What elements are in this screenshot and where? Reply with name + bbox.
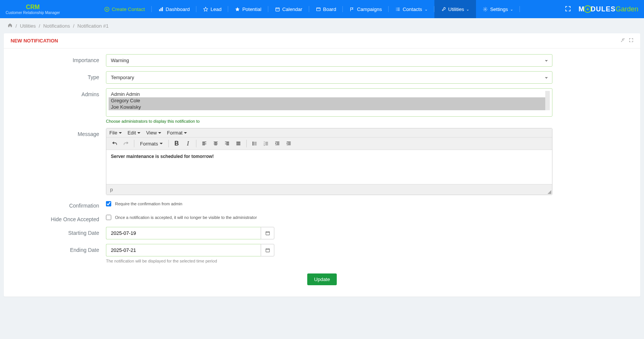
nav-campaigns[interactable]: Campaigns — [343, 0, 389, 18]
type-select[interactable]: Temporary — [106, 71, 552, 84]
fullscreen-icon[interactable] — [565, 6, 571, 13]
chevron-down-icon: ⌄ — [425, 7, 428, 11]
update-button[interactable]: Update — [307, 273, 337, 285]
collapse-icon[interactable] — [621, 38, 625, 44]
redo-icon[interactable] — [121, 139, 131, 148]
confirmation-text: Require the confirmation from admin — [115, 202, 182, 206]
admins-help: Choose administrators to display this no… — [106, 119, 552, 123]
editor-menu-format[interactable]: Format — [167, 130, 187, 136]
app-title: CRM — [26, 4, 39, 11]
flag-icon — [350, 7, 355, 12]
number-list-icon[interactable]: 123 — [261, 139, 271, 148]
hideonce-checkbox[interactable] — [106, 215, 111, 220]
indent-icon[interactable] — [283, 139, 294, 148]
notification-panel: NEW NOTIFICATION Importance Warning Type… — [4, 33, 640, 297]
svg-point-6 — [396, 8, 397, 8]
formats-dropdown[interactable]: Formats — [137, 140, 166, 148]
italic-icon[interactable]: I — [183, 139, 193, 148]
editor-menu-edit[interactable]: Edit — [128, 130, 140, 136]
star-outline-icon — [203, 7, 208, 12]
nav-lead[interactable]: Lead — [196, 0, 228, 18]
importance-label: Importance — [9, 54, 106, 63]
hideonce-text: Once a notification is accepted, it will… — [115, 215, 257, 220]
align-right-icon[interactable] — [222, 139, 232, 148]
editor-menu-file[interactable]: File — [109, 130, 122, 136]
svg-point-7 — [396, 9, 397, 9]
confirmation-label: Confirmation — [9, 200, 106, 209]
svg-rect-9 — [397, 8, 400, 8]
chevron-down-icon: ⌄ — [510, 7, 513, 11]
expand-icon[interactable] — [629, 38, 633, 44]
nav-settings[interactable]: Settings ⌄ — [476, 0, 520, 18]
nav-create-contact[interactable]: Create Contact — [98, 0, 151, 18]
svg-point-13 — [252, 142, 253, 143]
editor-toolbar: Formats B I 123 — [106, 137, 552, 150]
chevron-down-icon: ⌄ — [466, 7, 469, 11]
outdent-icon[interactable] — [272, 139, 283, 148]
panel-controls — [621, 38, 633, 44]
startdate-picker-button[interactable] — [261, 227, 274, 239]
home-icon[interactable] — [8, 23, 12, 29]
breadcrumb: / Utilities / Notifications / Notificati… — [0, 18, 644, 33]
plus-circle-icon — [104, 7, 109, 12]
message-editor: File Edit View Format Formats B I — [106, 128, 552, 195]
importance-select[interactable]: Warning — [106, 54, 552, 67]
bullet-list-icon[interactable] — [249, 139, 260, 148]
align-left-icon[interactable] — [199, 139, 210, 148]
app-header: CRM Customer Relationship Manager Create… — [0, 0, 644, 18]
editor-menubar: File Edit View Format — [106, 128, 552, 137]
calendar-icon — [265, 248, 270, 253]
enddate-label: Ending Date — [9, 244, 106, 253]
svg-point-14 — [252, 143, 253, 144]
wrench-icon — [441, 7, 446, 12]
svg-rect-3 — [162, 7, 163, 11]
panel-title: NEW NOTIFICATION — [11, 38, 58, 44]
confirmation-checkbox[interactable] — [106, 201, 111, 206]
header-right: M ✦ DULES Garden — [557, 0, 638, 18]
svg-rect-11 — [397, 10, 400, 11]
calendar-icon — [275, 7, 280, 12]
editor-menu-view[interactable]: View — [146, 130, 161, 136]
resize-handle-icon[interactable] — [548, 190, 551, 194]
enddate-picker-button[interactable] — [261, 244, 274, 256]
enddate-input[interactable] — [106, 244, 261, 256]
nav-dashboard[interactable]: Dashboard — [152, 0, 197, 18]
align-justify-icon[interactable] — [233, 139, 244, 148]
svg-rect-20 — [266, 248, 269, 252]
brand-block: CRM Customer Relationship Manager — [6, 0, 60, 18]
startdate-input[interactable] — [106, 227, 261, 239]
nav-utilities[interactable]: Utilities ⌄ — [434, 0, 476, 18]
svg-point-12 — [485, 8, 486, 10]
nav-potential[interactable]: Potential — [228, 0, 268, 18]
align-center-icon[interactable] — [210, 139, 221, 148]
svg-rect-1 — [159, 9, 160, 11]
admins-label: Admins — [9, 88, 106, 97]
logo-circle-icon: ✦ — [584, 5, 591, 13]
panel-header: NEW NOTIFICATION — [4, 33, 640, 48]
admins-multiselect[interactable]: Admin Admin Gregory Cole Joe Kowalsky — [106, 88, 552, 117]
nav-contacts[interactable]: Contacts ⌄ — [389, 0, 434, 18]
breadcrumb-current: Notification #1 — [78, 23, 109, 29]
editor-content[interactable]: Server maintenance is scheduled for tomo… — [106, 150, 552, 184]
breadcrumb-utilities[interactable]: Utilities — [20, 23, 36, 29]
list-icon — [395, 7, 400, 12]
undo-icon[interactable] — [109, 139, 120, 148]
svg-rect-10 — [397, 9, 400, 9]
message-label: Message — [9, 128, 106, 137]
admin-option[interactable]: Joe Kowalsky — [109, 104, 545, 110]
nav-board[interactable]: Board — [309, 0, 343, 18]
svg-point-8 — [396, 10, 397, 11]
logo: M ✦ DULES Garden — [579, 5, 638, 13]
svg-rect-4 — [276, 8, 280, 11]
bold-icon[interactable]: B — [171, 139, 182, 148]
hideonce-label: Hide Once Accepted — [9, 213, 106, 222]
admin-option[interactable]: Admin Admin — [109, 91, 545, 97]
nav-calendar[interactable]: Calendar — [268, 0, 309, 18]
panel-body: Importance Warning Type Temporary Admins — [4, 48, 640, 297]
main-nav: Create Contact Dashboard Lead Potential … — [98, 0, 557, 18]
calendar-icon — [265, 231, 270, 236]
breadcrumb-notifications[interactable]: Notifications — [43, 23, 70, 29]
admin-option[interactable]: Gregory Cole — [109, 97, 545, 104]
svg-rect-2 — [160, 8, 161, 11]
enddate-help: The notification will be displayed for t… — [106, 259, 552, 263]
